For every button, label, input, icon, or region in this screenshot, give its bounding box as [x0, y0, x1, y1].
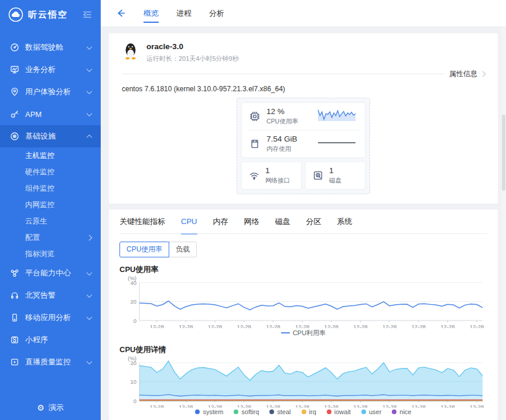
target-icon — [9, 132, 19, 142]
chevron-down-icon — [87, 292, 93, 298]
legend-CPU利用率[interactable]: CPU利用率 — [281, 329, 326, 338]
legend-marker — [327, 409, 331, 414]
sidebar-item-nodes[interactable]: 平台能力中心 — [0, 262, 101, 284]
toggle-负载[interactable]: 负载 — [169, 242, 197, 257]
svg-text:12-28: 12-28 — [382, 323, 396, 328]
monitor-chart-icon — [9, 65, 19, 75]
host-uptime: 运行时长：201天4小时5分钟9秒 — [146, 54, 239, 63]
sidebar-item-phone[interactable]: 移动应用分析 — [0, 307, 101, 329]
app-window: 听云悟空 数据驾驶舱业务分析用户体验分析APM基础设施主机监控硬件监控组件监控内… — [0, 0, 506, 420]
menu-label: 北冥告警 — [25, 290, 56, 301]
metric-tab-CPU[interactable]: CPU — [181, 209, 197, 234]
logo-row: 听云悟空 — [0, 0, 101, 29]
sidebar-item-key[interactable]: APM — [0, 103, 101, 125]
chevron-down-icon — [87, 359, 93, 364]
sidebar-subitem[interactable]: 组件监控 — [0, 180, 101, 197]
nodes-icon — [9, 268, 19, 278]
menu-label: 内网监控 — [25, 200, 54, 210]
menu-fold-icon[interactable] — [82, 9, 93, 20]
legend-iowait[interactable]: iowait — [327, 408, 351, 415]
metric-tab-系统[interactable]: 系统 — [337, 209, 352, 234]
bell-icon — [9, 291, 19, 301]
legend-label: irq — [309, 408, 316, 415]
network-disk-row: 1 网络接口1 磁盘 — [242, 162, 365, 189]
svg-text:12-28: 12-28 — [440, 323, 454, 328]
menu-label: 业务分析 — [25, 64, 56, 75]
scrollbar-thumb[interactable] — [502, 115, 505, 191]
svg-text:12-28: 12-28 — [295, 323, 309, 328]
svg-text:12-28: 12-28 — [412, 323, 426, 328]
location-pin-icon — [9, 87, 19, 97]
svg-text:12-28: 12-28 — [179, 404, 193, 408]
svg-text:10: 10 — [130, 378, 136, 385]
chevron-down-icon — [87, 111, 93, 116]
sidebar-item-bell[interactable]: 北冥告警 — [0, 284, 101, 307]
metric-tab-内存[interactable]: 内存 — [213, 209, 228, 234]
sidebar-item-live-play[interactable]: 直播质量监控 — [0, 351, 101, 373]
svg-text:20: 20 — [130, 359, 136, 366]
legend-nice[interactable]: nice — [392, 408, 411, 415]
legend-marker — [234, 409, 238, 414]
legend-label: system — [203, 408, 223, 415]
sidebar-menu: 数据驾驶舱业务分析用户体验分析APM基础设施主机监控硬件监控组件监控内网监控云原… — [0, 29, 101, 395]
metric-tab-分区[interactable]: 分区 — [306, 209, 321, 234]
menu-label: 指标浏览 — [25, 249, 54, 259]
legend-marker — [392, 409, 396, 414]
sidebar-subitem[interactable]: 硬件监控 — [0, 164, 101, 180]
sidebar-subitem[interactable]: 配置 — [0, 229, 101, 246]
menu-label: 基础设施 — [25, 131, 56, 142]
svg-text:40: 40 — [130, 280, 136, 286]
sidebar-subitem[interactable]: 主机监控 — [0, 147, 101, 164]
menu-label: 组件监控 — [25, 184, 54, 194]
svg-text:12-28: 12-28 — [470, 404, 484, 408]
content: oracle-3.0 运行时长：201天4小时5分钟9秒 属性信息 centos… — [101, 26, 506, 420]
svg-text:12-28: 12-28 — [295, 404, 309, 408]
legend-label: user — [369, 408, 381, 415]
legend-softirq[interactable]: softirq — [234, 408, 259, 415]
sparkline — [316, 135, 358, 153]
tab-进程[interactable]: 进程 — [176, 0, 192, 26]
legend-marker — [302, 409, 306, 414]
scrollbar-track[interactable] — [501, 27, 506, 420]
divider — [122, 74, 445, 74]
sidebar-subitem[interactable]: 内网监控 — [0, 197, 101, 213]
sidebar-item-location-pin[interactable]: 用户体验分析 — [0, 81, 101, 103]
sidebar-item-gauge[interactable]: 数据驾驶舱 — [0, 36, 101, 58]
svg-text:12-28: 12-28 — [208, 404, 222, 408]
demo-footer[interactable]: ⚙ 演示 — [0, 395, 101, 420]
sidebar-item-target[interactable]: 基础设施 — [0, 125, 101, 147]
metric-tab-关键性能指标[interactable]: 关键性能指标 — [119, 209, 165, 234]
toggle-CPU使用率[interactable]: CPU使用率 — [119, 242, 169, 257]
legend-user[interactable]: user — [361, 408, 381, 415]
legend-system[interactable]: system — [195, 408, 223, 415]
legend-irq[interactable]: irq — [302, 408, 316, 415]
stat-value: 1 — [329, 166, 341, 175]
menu-label: 小程序 — [25, 335, 48, 345]
tab-分析[interactable]: 分析 — [209, 0, 224, 26]
svg-text:12-28: 12-28 — [237, 323, 251, 328]
sidebar-item-mini-app[interactable]: 小程序 — [0, 329, 101, 351]
legend-marker — [195, 409, 200, 414]
back-arrow-icon[interactable] — [116, 8, 126, 18]
legend-steal[interactable]: steal — [269, 408, 290, 415]
legend-label: softirq — [241, 408, 259, 415]
chevron-down-icon — [87, 44, 93, 50]
cpu-memory-card: 12 % CPU使用率7.54 GiB 内存使用 — [242, 103, 365, 157]
tab-概览[interactable]: 概览 — [143, 0, 159, 26]
menu-label: 硬件监控 — [25, 167, 54, 177]
chevron-right-icon — [87, 235, 93, 240]
chart-title-cpu-usage: CPU使用率 — [119, 264, 487, 275]
attribute-info-link[interactable]: 属性信息 — [449, 69, 485, 79]
chevron-down-icon — [87, 314, 93, 320]
memory-board-icon — [249, 138, 261, 150]
metric-tab-磁盘[interactable]: 磁盘 — [275, 209, 290, 234]
sidebar-subitem[interactable]: 指标浏览 — [0, 246, 101, 262]
gauge-icon — [9, 43, 19, 53]
metric-tab-网络[interactable]: 网络 — [244, 209, 259, 234]
sidebar-subitem[interactable]: 云原生 — [0, 213, 101, 229]
chevron-down-icon — [87, 88, 93, 94]
cpu-usage-line-chart: (%)0204012-2813:2012-2813:2512-2813:3012… — [119, 275, 487, 328]
sidebar-item-monitor-chart[interactable]: 业务分析 — [0, 58, 101, 81]
legend-label: CPU利用率 — [293, 329, 326, 338]
legend-marker — [281, 332, 290, 333]
